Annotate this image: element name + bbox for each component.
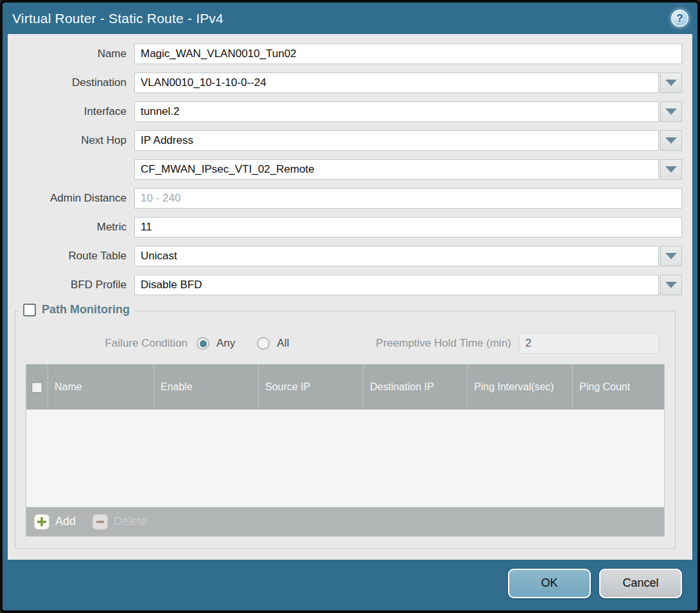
next-hop-type-dropdown-button[interactable] bbox=[660, 130, 682, 151]
bfd-profile-label: BFD Profile bbox=[8, 279, 134, 291]
cancel-button[interactable]: Cancel bbox=[599, 569, 682, 598]
dialog-body: Name Destination Interface Next Hop bbox=[8, 34, 692, 560]
add-button[interactable]: Add bbox=[34, 514, 76, 530]
form-row-name: Name bbox=[8, 44, 682, 64]
column-header-enable[interactable]: Enable bbox=[154, 365, 259, 410]
table-body-empty bbox=[26, 410, 664, 507]
radio-all-label: All bbox=[277, 337, 289, 350]
chevron-down-icon bbox=[665, 108, 677, 115]
column-header-ping-interval[interactable]: Ping Interval(sec) bbox=[468, 365, 573, 410]
failure-condition-options: Any All bbox=[197, 337, 289, 350]
admin-distance-input[interactable] bbox=[134, 188, 682, 209]
form-row-route-table: Route Table bbox=[8, 246, 682, 266]
add-button-label: Add bbox=[55, 515, 76, 528]
destination-input[interactable] bbox=[134, 73, 659, 93]
path-monitoring-section: Path Monitoring Failure Condition Any Al… bbox=[15, 311, 676, 549]
preemptive-hold-time-label: Preemptive Hold Time (min) bbox=[376, 337, 519, 350]
destination-dropdown-button[interactable] bbox=[660, 73, 682, 93]
radio-any-label: Any bbox=[216, 337, 235, 350]
path-monitoring-legend: Path Monitoring bbox=[18, 303, 135, 316]
path-monitoring-table: Name Enable Source IP Destination IP Pin… bbox=[26, 364, 665, 537]
metric-label: Metric bbox=[8, 221, 134, 234]
column-header-name[interactable]: Name bbox=[48, 365, 154, 410]
interface-label: Interface bbox=[8, 105, 134, 118]
form-row-interface: Interface bbox=[8, 101, 682, 122]
destination-label: Destination bbox=[8, 76, 134, 89]
preemptive-hold-time-input[interactable] bbox=[519, 333, 660, 354]
titlebar: Virtual Router - Static Route - IPv4 ? bbox=[3, 3, 697, 34]
form-row-next-hop-address bbox=[8, 159, 682, 180]
next-hop-label: Next Hop bbox=[8, 134, 134, 147]
chevron-down-icon bbox=[665, 166, 677, 173]
chevron-down-icon bbox=[665, 80, 677, 86]
chevron-down-icon bbox=[665, 253, 677, 259]
chevron-down-icon bbox=[665, 137, 677, 144]
help-icon[interactable]: ? bbox=[671, 10, 688, 27]
form-row-next-hop: Next Hop bbox=[8, 130, 682, 151]
form-row-admin-distance: Admin Distance bbox=[8, 188, 682, 209]
column-header-ping-count[interactable]: Ping Count bbox=[573, 365, 664, 410]
dialog-title: Virtual Router - Static Route - IPv4 bbox=[12, 11, 223, 26]
metric-input[interactable] bbox=[134, 217, 682, 237]
select-all-checkbox[interactable] bbox=[31, 382, 42, 393]
interface-dropdown-button[interactable] bbox=[660, 101, 682, 122]
dialog-footer: OK Cancel bbox=[3, 560, 697, 610]
column-header-destination-ip[interactable]: Destination IP bbox=[363, 365, 468, 410]
route-table-label: Route Table bbox=[8, 250, 134, 263]
next-hop-address-dropdown-button[interactable] bbox=[660, 159, 682, 180]
radio-option-all[interactable]: All bbox=[257, 337, 289, 350]
name-label: Name bbox=[8, 47, 134, 60]
path-monitoring-title: Path Monitoring bbox=[42, 303, 130, 316]
chevron-down-icon bbox=[665, 282, 677, 288]
route-table-input[interactable] bbox=[134, 246, 659, 266]
table-toolbar: Add Delete bbox=[26, 507, 664, 536]
minus-icon bbox=[92, 514, 108, 530]
static-route-dialog: Virtual Router - Static Route - IPv4 ? N… bbox=[0, 0, 700, 613]
admin-distance-label: Admin Distance bbox=[8, 192, 134, 205]
next-hop-type-input[interactable] bbox=[134, 130, 659, 151]
failure-condition-row: Failure Condition Any All Preemptive Hol… bbox=[15, 333, 675, 354]
radio-option-any[interactable]: Any bbox=[197, 337, 235, 350]
radio-all-icon bbox=[257, 337, 270, 350]
path-monitoring-checkbox[interactable] bbox=[23, 304, 36, 316]
name-input[interactable] bbox=[134, 44, 682, 64]
form-row-metric: Metric bbox=[8, 217, 682, 237]
interface-input[interactable] bbox=[134, 101, 659, 122]
column-header-source-ip[interactable]: Source IP bbox=[259, 365, 363, 410]
delete-button-label: Delete bbox=[114, 515, 147, 528]
plus-icon bbox=[34, 514, 49, 530]
radio-any-icon bbox=[197, 337, 209, 350]
form-row-destination: Destination bbox=[8, 73, 682, 93]
failure-condition-label: Failure Condition bbox=[15, 337, 197, 350]
ok-button[interactable]: OK bbox=[508, 569, 591, 598]
route-table-dropdown-button[interactable] bbox=[660, 246, 682, 266]
bfd-profile-input[interactable] bbox=[134, 275, 659, 295]
bfd-profile-dropdown-button[interactable] bbox=[660, 275, 682, 295]
table-header-row: Name Enable Source IP Destination IP Pin… bbox=[26, 365, 664, 410]
delete-button[interactable]: Delete bbox=[92, 514, 147, 530]
next-hop-address-input[interactable] bbox=[134, 159, 659, 180]
form-row-bfd-profile: BFD Profile bbox=[8, 275, 682, 295]
